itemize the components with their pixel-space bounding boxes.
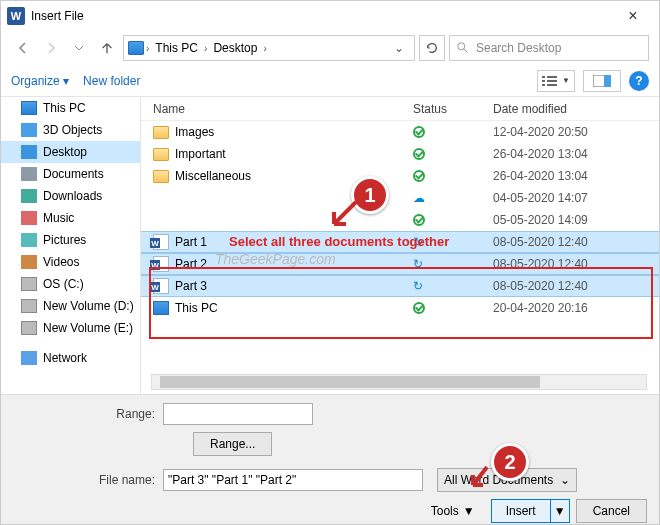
- network-icon: [21, 351, 37, 365]
- sidebar-item-desktop[interactable]: Desktop: [1, 141, 140, 163]
- pc-icon: [153, 301, 169, 315]
- crumb-this-pc[interactable]: This PC: [151, 41, 202, 55]
- svg-rect-7: [547, 84, 557, 86]
- sidebar-item-documents[interactable]: Documents: [1, 163, 140, 185]
- music-icon: [21, 211, 37, 225]
- annotation-callout-2: 2: [491, 443, 529, 481]
- file-date: 20-04-2020 20:16: [493, 301, 659, 315]
- annotation-arrow-1: [326, 198, 360, 232]
- organize-menu[interactable]: Organize ▾: [11, 74, 69, 88]
- sidebar-item-os-c[interactable]: OS (C:): [1, 273, 140, 295]
- sidebar-item-volume-e[interactable]: New Volume (E:): [1, 317, 140, 339]
- file-date: 08-05-2020 12:40: [493, 257, 659, 271]
- scroll-thumb[interactable]: [160, 376, 540, 388]
- status-cloud-icon: ☁: [413, 191, 425, 205]
- svg-point-0: [458, 43, 465, 50]
- status-syncing-icon: ↻: [413, 257, 423, 271]
- file-name: Miscellaneous: [175, 169, 251, 183]
- new-folder-button[interactable]: New folder: [83, 74, 140, 88]
- view-details-button[interactable]: ▼: [537, 70, 575, 92]
- file-name: Part 3: [175, 279, 207, 293]
- file-row[interactable]: Miscellaneous26-04-2020 13:04: [141, 165, 659, 187]
- annotation-arrow-2: [463, 463, 493, 493]
- file-row[interactable]: This PC20-04-2020 20:16: [141, 297, 659, 319]
- up-button[interactable]: [95, 36, 119, 60]
- range-button[interactable]: Range...: [193, 432, 272, 456]
- disk-icon: [21, 299, 37, 313]
- column-name[interactable]: Name: [153, 102, 413, 116]
- disk-icon: [21, 321, 37, 335]
- preview-pane-button[interactable]: [583, 70, 621, 92]
- chevron-down-icon: ⌄: [560, 473, 570, 487]
- sidebar-item-3d-objects[interactable]: 3D Objects: [1, 119, 140, 141]
- file-row[interactable]: ☁04-05-2020 14:07: [141, 187, 659, 209]
- address-bar[interactable]: › This PC › Desktop › ⌄: [123, 35, 415, 61]
- file-row[interactable]: 05-05-2020 14:09: [141, 209, 659, 231]
- file-date: 26-04-2020 13:04: [493, 147, 659, 161]
- address-dropdown[interactable]: ⌄: [388, 41, 410, 55]
- status-synced-icon: [413, 148, 425, 160]
- crumb-desktop[interactable]: Desktop: [209, 41, 261, 55]
- help-button[interactable]: ?: [629, 71, 649, 91]
- chevron-right-icon[interactable]: ›: [146, 43, 149, 54]
- sidebar-item-this-pc[interactable]: This PC: [1, 97, 140, 119]
- refresh-button[interactable]: [419, 35, 445, 61]
- sidebar-item-network[interactable]: Network: [1, 347, 140, 369]
- sidebar-item-music[interactable]: Music: [1, 207, 140, 229]
- insert-dropdown[interactable]: ▼: [551, 500, 569, 522]
- downloads-icon: [21, 189, 37, 203]
- command-bar: Organize ▾ New folder ▼ ?: [1, 65, 659, 97]
- folder-icon: [153, 170, 169, 183]
- status-synced-icon: [413, 302, 425, 314]
- word-document-icon: [153, 256, 169, 272]
- status-syncing-icon: ↻: [413, 279, 423, 293]
- file-date: 08-05-2020 12:40: [493, 235, 659, 249]
- svg-rect-3: [547, 76, 557, 78]
- back-button[interactable]: [11, 36, 35, 60]
- file-date: 04-05-2020 14:07: [493, 191, 659, 205]
- sidebar-item-pictures[interactable]: Pictures: [1, 229, 140, 251]
- desktop-icon: [21, 145, 37, 159]
- word-document-icon: [153, 234, 169, 250]
- titlebar: W Insert File ×: [1, 1, 659, 31]
- file-name: This PC: [175, 301, 218, 315]
- insert-button[interactable]: Insert ▼: [491, 499, 570, 523]
- sidebar-item-downloads[interactable]: Downloads: [1, 185, 140, 207]
- file-list[interactable]: Name Status Date modified Images12-04-20…: [141, 97, 659, 407]
- svg-rect-5: [547, 80, 557, 82]
- tools-menu[interactable]: Tools▼: [431, 504, 475, 518]
- cancel-button[interactable]: Cancel: [576, 499, 647, 523]
- pc-icon: [128, 41, 144, 55]
- svg-rect-9: [604, 75, 611, 87]
- filename-label: File name:: [13, 473, 163, 487]
- navigation-pane[interactable]: This PC 3D Objects Desktop Documents Dow…: [1, 97, 141, 407]
- column-status[interactable]: Status: [413, 102, 493, 116]
- svg-rect-4: [542, 80, 545, 82]
- documents-icon: [21, 167, 37, 181]
- file-row[interactable]: Images12-04-2020 20:50: [141, 121, 659, 143]
- column-date[interactable]: Date modified: [493, 102, 659, 116]
- column-headers[interactable]: Name Status Date modified: [141, 97, 659, 121]
- search-input[interactable]: Search Desktop: [449, 35, 649, 61]
- word-app-icon: W: [7, 7, 25, 25]
- chevron-right-icon[interactable]: ›: [204, 43, 207, 54]
- file-row[interactable]: Part 1↻08-05-2020 12:40: [141, 231, 659, 253]
- svg-rect-2: [542, 76, 545, 78]
- forward-button[interactable]: [39, 36, 63, 60]
- horizontal-scrollbar[interactable]: [151, 374, 647, 390]
- file-row[interactable]: Important26-04-2020 13:04: [141, 143, 659, 165]
- range-input[interactable]: [163, 403, 313, 425]
- sidebar-item-volume-d[interactable]: New Volume (D:): [1, 295, 140, 317]
- 3d-icon: [21, 123, 37, 137]
- chevron-right-icon[interactable]: ›: [263, 43, 266, 54]
- recent-dropdown[interactable]: [67, 36, 91, 60]
- chevron-down-icon: ▼: [463, 504, 475, 518]
- close-button[interactable]: ×: [613, 7, 653, 25]
- sidebar-item-videos[interactable]: Videos: [1, 251, 140, 273]
- body: This PC 3D Objects Desktop Documents Dow…: [1, 97, 659, 407]
- svg-rect-6: [542, 84, 545, 86]
- filename-input[interactable]: [163, 469, 423, 491]
- file-row[interactable]: Part 2↻08-05-2020 12:40: [141, 253, 659, 275]
- file-row[interactable]: Part 3↻08-05-2020 12:40: [141, 275, 659, 297]
- file-name: Part 1: [175, 235, 207, 249]
